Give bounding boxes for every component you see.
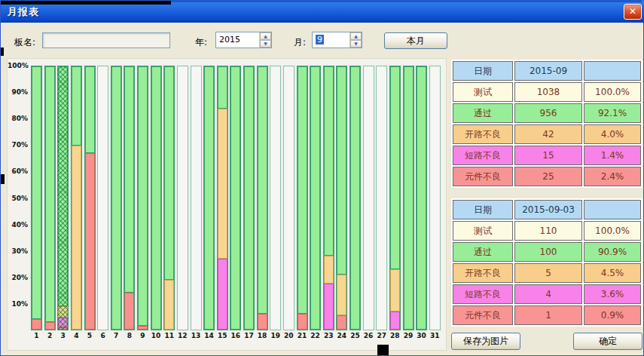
- table-cell-percent: 1.4%: [584, 146, 641, 165]
- bar-day-21[interactable]: [297, 66, 308, 330]
- monthly-chart: 100%90%80%70%60%50%40%30%20%10% 12345678…: [7, 58, 447, 351]
- bar-day-10[interactable]: [151, 66, 162, 330]
- bar-segment-通过: [85, 66, 95, 153]
- bar-day-30[interactable]: [416, 66, 427, 330]
- bar-day-23[interactable]: [323, 66, 334, 330]
- bar-segment-短路不良: [390, 312, 400, 330]
- bar-segment-短路不良: [324, 284, 334, 330]
- x-tick-label: 14: [203, 332, 215, 339]
- y-tick-label: 90%: [8, 88, 28, 96]
- bar-day-14[interactable]: [203, 66, 215, 330]
- month-value[interactable]: 9: [313, 32, 349, 48]
- save-as-image-button[interactable]: 保存为图片: [451, 333, 520, 350]
- table-cell-value: 1: [514, 305, 582, 325]
- table-cell-percent: 92.1%: [584, 103, 641, 123]
- bar-day-5[interactable]: [84, 66, 96, 330]
- table-cell-value: 2015-09-03: [514, 200, 582, 219]
- table-cell-value: 15: [514, 146, 582, 165]
- bar-day-19[interactable]: [270, 66, 281, 330]
- table-cell-label: 通过: [453, 242, 513, 262]
- bar-day-29[interactable]: [403, 66, 414, 330]
- x-tick-label: 7: [111, 332, 122, 339]
- bar-segment-通过: [151, 66, 161, 330]
- selected-day-hatch: [58, 66, 68, 330]
- bar-day-18[interactable]: [257, 66, 268, 330]
- x-tick-label: 12: [177, 332, 188, 339]
- bar-segment-元件不良: [258, 314, 267, 330]
- x-tick-label: 29: [403, 332, 414, 339]
- bar-day-26[interactable]: [363, 66, 374, 330]
- bar-day-17[interactable]: [243, 66, 255, 330]
- bar-day-3[interactable]: [57, 66, 69, 330]
- this-month-button[interactable]: 本月: [384, 32, 447, 49]
- bar-day-13[interactable]: [191, 66, 202, 330]
- board-name-input[interactable]: [42, 32, 170, 48]
- bar-day-15[interactable]: [217, 66, 228, 330]
- bar-day-22[interactable]: [310, 66, 321, 330]
- ok-button[interactable]: 确定: [573, 333, 642, 350]
- bar-segment-通过: [230, 66, 240, 330]
- bar-day-12[interactable]: [177, 66, 188, 330]
- table-cell-label: 开路不良: [453, 263, 513, 283]
- year-spin-down-icon[interactable]: ▼: [260, 40, 271, 48]
- bar-segment-开路不良: [390, 269, 400, 312]
- x-tick-label: 10: [151, 332, 162, 339]
- y-tick-label: 40%: [8, 221, 28, 229]
- bar-segment-元件不良: [298, 314, 307, 330]
- bar-day-2[interactable]: [44, 66, 56, 330]
- bar-day-11[interactable]: [163, 66, 175, 330]
- month-spin-up-icon[interactable]: ▲: [350, 32, 362, 40]
- x-tick-label: 19: [270, 332, 281, 339]
- x-tick-label: 27: [376, 332, 387, 339]
- year-spinner[interactable]: 2015 ▲ ▼: [215, 32, 272, 48]
- table-cell-percent: 2.4%: [584, 167, 641, 186]
- bar-day-9[interactable]: [137, 66, 148, 330]
- bar-day-20[interactable]: [283, 66, 295, 330]
- year-spin-up-icon[interactable]: ▲: [260, 32, 271, 40]
- bar-day-8[interactable]: [124, 66, 135, 330]
- bar-day-1[interactable]: [31, 66, 42, 330]
- x-tick-label: 3: [57, 332, 69, 339]
- bar-day-6[interactable]: [97, 66, 108, 330]
- x-axis-labels: 1234567891011121314151617181920212223242…: [30, 332, 441, 339]
- x-tick-label: 17: [243, 332, 255, 339]
- bar-day-7[interactable]: [111, 66, 122, 330]
- bar-segment-通过: [218, 66, 227, 109]
- month-spin-buttons: ▲ ▼: [349, 32, 362, 48]
- bar-segment-元件不良: [32, 319, 41, 330]
- scan-artifact: [377, 345, 389, 355]
- table-cell-percent: 100.0%: [584, 221, 641, 241]
- table-cell-value: 4: [514, 284, 582, 304]
- month-summary-table: 日期2015-09测试1038100.0%通过95692.1%开路不良424.0…: [451, 60, 642, 188]
- year-value[interactable]: 2015: [216, 32, 259, 48]
- table-cell-value: 100: [514, 242, 582, 262]
- bar-day-28[interactable]: [389, 66, 401, 330]
- table-cell-label: 日期: [453, 200, 513, 219]
- bar-day-4[interactable]: [71, 66, 82, 330]
- x-tick-label: 13: [191, 332, 202, 339]
- x-tick-label: 23: [323, 332, 334, 339]
- month-spin-down-icon[interactable]: ▼: [350, 40, 362, 48]
- x-tick-label: 26: [363, 332, 374, 339]
- table-cell-label: 元件不良: [453, 305, 513, 325]
- bar-segment-通过: [350, 66, 360, 330]
- bar-day-31[interactable]: [429, 66, 441, 330]
- table-cell-value: 1038: [514, 82, 582, 102]
- close-icon[interactable]: ✕: [624, 4, 642, 20]
- bar-segment-元件不良: [85, 153, 95, 330]
- table-cell-value: 2015-09: [514, 61, 582, 81]
- bar-day-25[interactable]: [349, 66, 361, 330]
- bar-day-24[interactable]: [336, 66, 347, 330]
- bar-segment-短路不良: [218, 259, 227, 330]
- month-label: 月:: [294, 36, 306, 49]
- x-tick-label: 8: [124, 332, 135, 339]
- table-cell-label: 测试: [453, 221, 513, 241]
- bar-day-16[interactable]: [230, 66, 241, 330]
- window-title: 月报表: [8, 5, 39, 19]
- plot-area: [30, 66, 441, 330]
- month-spinner[interactable]: 9 ▲ ▼: [312, 32, 362, 48]
- table-cell-label: 短路不良: [453, 284, 513, 304]
- x-tick-label: 1: [31, 332, 42, 339]
- table-cell-percent: 90.9%: [584, 242, 641, 262]
- bar-day-27[interactable]: [376, 66, 387, 330]
